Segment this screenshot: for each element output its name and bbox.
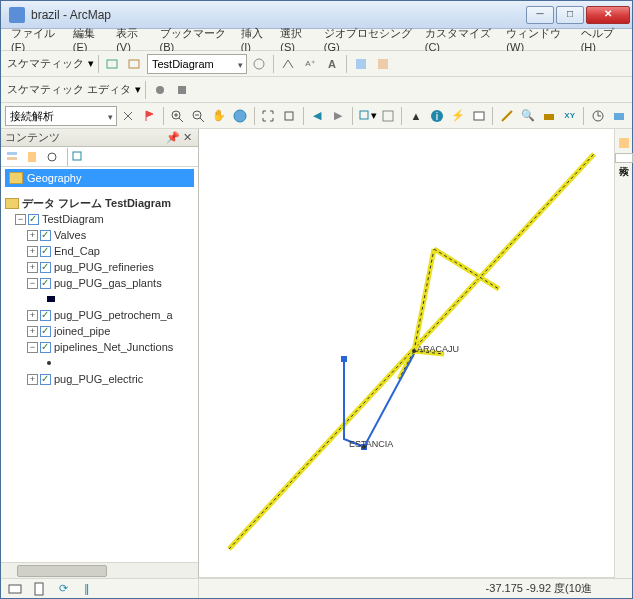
layer-checkbox[interactable] bbox=[40, 326, 51, 337]
expand-icon[interactable]: + bbox=[27, 262, 38, 273]
layer-label: End_Cap bbox=[54, 245, 100, 257]
svg-rect-30 bbox=[73, 152, 81, 160]
globe-tool[interactable] bbox=[231, 106, 250, 126]
analysis-tool[interactable] bbox=[119, 106, 138, 126]
prev-extent-tool[interactable]: ◀ bbox=[308, 106, 327, 126]
measure-tool[interactable] bbox=[497, 106, 516, 126]
toc-hscroll[interactable] bbox=[1, 562, 198, 578]
pan-tool[interactable]: ✋ bbox=[210, 106, 229, 126]
toc-view-tabs bbox=[1, 147, 198, 167]
html-popup-tool[interactable] bbox=[469, 106, 488, 126]
layer-checkbox[interactable] bbox=[40, 342, 51, 353]
collapse-icon[interactable]: − bbox=[27, 342, 38, 353]
layer-checkbox[interactable] bbox=[40, 310, 51, 321]
toc-tab-drawing-order[interactable] bbox=[5, 149, 21, 165]
svg-rect-46 bbox=[9, 585, 21, 593]
view-layout-icon[interactable] bbox=[29, 579, 49, 599]
refresh-icon[interactable]: ⟳ bbox=[53, 579, 73, 599]
pointer-tool[interactable]: ▲ bbox=[406, 106, 425, 126]
svg-rect-3 bbox=[356, 59, 366, 69]
toolbar-schematic-label: スケマティック bbox=[5, 56, 86, 71]
svg-line-12 bbox=[200, 118, 204, 122]
expand-icon[interactable]: + bbox=[27, 374, 38, 385]
app-icon bbox=[9, 7, 25, 23]
schematic-tool-8[interactable] bbox=[373, 54, 393, 74]
right-dock-icon[interactable] bbox=[614, 133, 634, 153]
layer-checkbox[interactable] bbox=[40, 246, 51, 257]
layer-checkbox[interactable] bbox=[40, 262, 51, 273]
schematic-tool-6[interactable]: A bbox=[322, 54, 342, 74]
editor-tool-1[interactable] bbox=[150, 80, 170, 100]
pause-icon[interactable]: ‖ bbox=[77, 579, 97, 599]
folder-icon bbox=[9, 172, 23, 184]
layer-row[interactable]: +pug_PUG_electric bbox=[5, 371, 198, 387]
expand-icon[interactable]: + bbox=[27, 230, 38, 241]
layer-row[interactable]: +pug_PUG_petrochem_a bbox=[5, 307, 198, 323]
root-layer-row[interactable]: − TestDiagram bbox=[5, 211, 198, 227]
toc-tab-visibility[interactable] bbox=[45, 149, 61, 165]
layer-checkbox[interactable] bbox=[40, 374, 51, 385]
svg-rect-45 bbox=[619, 138, 629, 148]
svg-rect-4 bbox=[378, 59, 388, 69]
minimize-button[interactable]: ─ bbox=[526, 6, 554, 24]
diagram-selector[interactable]: TestDiagram bbox=[147, 54, 247, 74]
layer-label: pug_PUG_electric bbox=[54, 373, 143, 385]
find-tool[interactable]: 🔍 bbox=[518, 106, 537, 126]
layer-row[interactable]: +joined_pipe bbox=[5, 323, 198, 339]
schematic-tool-4[interactable] bbox=[278, 54, 298, 74]
layer-row[interactable]: −pipelines_Net_Junctions bbox=[5, 339, 198, 355]
viewer-tool[interactable] bbox=[609, 106, 628, 126]
layer-checkbox[interactable] bbox=[28, 214, 39, 225]
schematic-tool-3[interactable] bbox=[249, 54, 269, 74]
zoom-out-tool[interactable] bbox=[189, 106, 208, 126]
schematic-tool-2[interactable] bbox=[125, 54, 145, 74]
geography-row[interactable]: Geography bbox=[5, 169, 194, 187]
analysis-selector[interactable]: 接続解析 bbox=[5, 106, 117, 126]
window-title: brazil - ArcMap bbox=[31, 8, 526, 22]
expand-icon[interactable]: + bbox=[27, 246, 38, 257]
status-coords: -37.175 -9.92 度(10進 bbox=[199, 581, 632, 596]
folder-icon bbox=[5, 198, 19, 209]
symbol-row bbox=[5, 291, 198, 307]
close-button[interactable]: ✕ bbox=[586, 6, 630, 24]
editor-tool-2[interactable] bbox=[172, 80, 192, 100]
layer-checkbox[interactable] bbox=[40, 230, 51, 241]
expand-icon[interactable]: + bbox=[27, 326, 38, 337]
svg-rect-26 bbox=[7, 152, 17, 155]
fixed-zoom-tool[interactable] bbox=[280, 106, 299, 126]
view-data-icon[interactable] bbox=[5, 579, 25, 599]
scroll-thumb[interactable] bbox=[17, 565, 107, 577]
toc-tab-selection[interactable] bbox=[70, 149, 86, 165]
flag-tool[interactable] bbox=[140, 106, 159, 126]
goto-xy-tool[interactable]: XY bbox=[560, 106, 579, 126]
body-area: コンテンツ 📌 ✕ Geography データ フレーム TestDiagram bbox=[1, 129, 632, 578]
identify-tool[interactable]: i bbox=[427, 106, 446, 126]
layer-row[interactable]: +pug_PUG_refineries bbox=[5, 259, 198, 275]
toc-close-icon[interactable]: ✕ bbox=[180, 131, 194, 144]
toc-tab-source[interactable] bbox=[25, 149, 41, 165]
clear-selection-tool[interactable] bbox=[379, 106, 398, 126]
collapse-icon[interactable]: − bbox=[15, 214, 26, 225]
pin-icon[interactable]: 📌 bbox=[166, 131, 180, 144]
fullextent-tool[interactable] bbox=[259, 106, 278, 126]
layer-row[interactable]: +Valves bbox=[5, 227, 198, 243]
next-extent-tool[interactable]: ▶ bbox=[329, 106, 348, 126]
findroute-tool[interactable] bbox=[539, 106, 558, 126]
maximize-button[interactable]: □ bbox=[556, 6, 584, 24]
schematic-tool-1[interactable] bbox=[103, 54, 123, 74]
search-tab[interactable]: 検索 bbox=[615, 153, 633, 163]
hyperlink-tool[interactable]: ⚡ bbox=[448, 106, 467, 126]
zoom-in-tool[interactable] bbox=[168, 106, 187, 126]
collapse-icon[interactable]: − bbox=[27, 278, 38, 289]
expand-icon[interactable]: + bbox=[27, 310, 38, 321]
time-slider-tool[interactable] bbox=[588, 106, 607, 126]
layer-row[interactable]: −pug_PUG_gas_plants bbox=[5, 275, 198, 291]
layer-row[interactable]: +End_Cap bbox=[5, 243, 198, 259]
schematic-tool-5[interactable]: A⁺ bbox=[300, 54, 320, 74]
layer-checkbox[interactable] bbox=[40, 278, 51, 289]
select-tool-dd[interactable]: ▾ bbox=[357, 106, 377, 126]
schematic-tool-7[interactable] bbox=[351, 54, 371, 74]
label-estancia: ESTANCIA bbox=[349, 439, 393, 449]
dataframe-row[interactable]: データ フレーム TestDiagram bbox=[5, 195, 198, 211]
map-view[interactable]: ARACAJU ESTANCIA bbox=[199, 129, 614, 578]
